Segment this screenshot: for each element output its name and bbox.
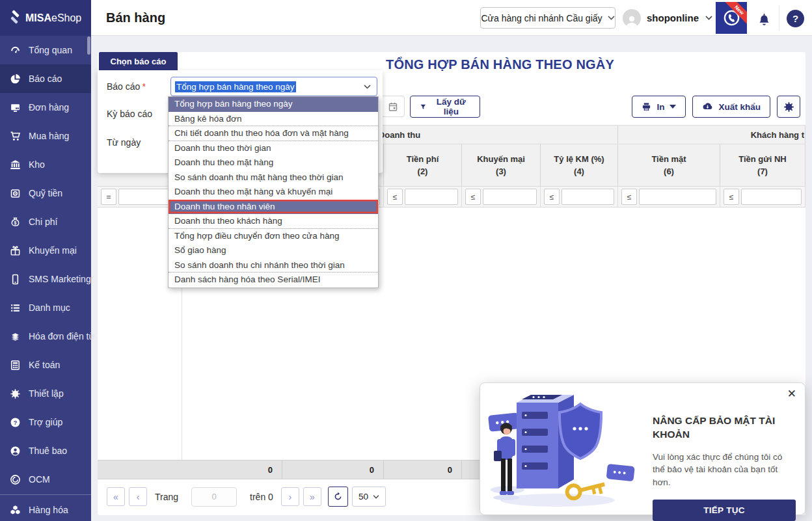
sidebar-item-label: OCM — [29, 474, 50, 485]
accounting-icon — [9, 359, 21, 371]
filter-operator-button[interactable]: ≤ — [465, 189, 481, 205]
sidebar-item-13[interactable]: ?Trợ giúp — [0, 408, 91, 436]
sidebar-item-9[interactable]: Danh mục — [0, 293, 91, 322]
orders-icon — [9, 101, 21, 113]
column-number: (3) — [496, 165, 506, 178]
dropdown-option-10[interactable]: Sổ giao hàng — [169, 243, 378, 258]
sidebar-divider — [0, 494, 91, 495]
sidebar-item-7[interactable]: Khuyến mại — [0, 236, 91, 265]
first-page-button[interactable]: « — [107, 487, 125, 506]
page-size-select[interactable]: 50 — [352, 487, 386, 507]
svg-text:$: $ — [14, 220, 16, 225]
next-page-button[interactable]: › — [281, 487, 299, 506]
user-icon — [625, 14, 639, 27]
dropdown-option-1[interactable]: Bảng kê hóa đơn — [169, 112, 378, 127]
export-button[interactable]: Xuất khẩu — [692, 96, 770, 118]
filter-input[interactable] — [639, 189, 716, 205]
settings-icon — [9, 388, 21, 399]
dropdown-option-12[interactable]: Danh sách hàng hóa theo Serial/IMEI — [169, 273, 378, 287]
page-number-input[interactable] — [191, 487, 237, 507]
page-size-value: 50 — [359, 492, 368, 501]
header-divider — [779, 5, 779, 31]
sidebar-item-14[interactable]: Thuê bao — [0, 436, 91, 465]
sidebar-item-5[interactable]: Quỹ tiền — [0, 179, 91, 207]
column-number: (7) — [757, 165, 768, 178]
last-page-button[interactable]: » — [303, 487, 321, 506]
sidebar-item-label: Thuê bao — [29, 446, 67, 456]
dropdown-option-5[interactable]: So sánh doanh thu mặt hàng theo thời gia… — [169, 170, 378, 185]
subscriber-icon — [9, 445, 21, 457]
continue-button[interactable]: TIẾP TỤC — [653, 500, 796, 521]
column-header-5[interactable]: Tỷ lệ KM (%)(4) — [541, 144, 618, 186]
refresh-button[interactable] — [328, 487, 348, 507]
sidebar-scrollbar[interactable] — [87, 36, 90, 55]
page-label: Trang — [155, 492, 178, 502]
dropdown-option-2[interactable]: Chi tiết doanh thu theo hóa đơn và mặt h… — [169, 126, 378, 141]
export-label: Xuất khẩu — [718, 102, 761, 112]
choose-report-tab[interactable]: Chọn báo cáo — [99, 52, 178, 70]
filter-operator-button[interactable]: ≤ — [724, 189, 739, 205]
filter-input[interactable] — [405, 189, 458, 205]
username-label: shoponline — [647, 12, 699, 23]
sidebar-item-12[interactable]: Thiết lập — [0, 379, 91, 408]
dropdown-option-7[interactable]: Doanh thu theo nhân viên — [169, 200, 378, 215]
filter-operator-button[interactable]: ≤ — [621, 189, 637, 205]
pagination: « ‹ Trang trên 0 › » 50 — [107, 487, 386, 507]
popup-text: Vui lòng xác thực để chúng tôi có thể bả… — [653, 451, 796, 489]
prev-page-button[interactable]: ‹ — [129, 487, 147, 506]
dropdown-option-11[interactable]: So sánh doanh thu chi nhánh theo thời gi… — [169, 258, 378, 273]
sidebar-item-16[interactable]: Hàng hóa — [0, 496, 91, 521]
column-number: (6) — [664, 165, 674, 178]
notifications-button[interactable] — [755, 10, 773, 28]
dropdown-option-0[interactable]: Tổng hợp bán hàng theo ngày — [169, 97, 378, 112]
user-menu[interactable]: shoponline — [647, 0, 712, 36]
store-selector[interactable]: Cửa hàng chi nhánh Cầu giấy — [480, 7, 616, 29]
group-header-cell: Khách hàng t — [618, 126, 805, 144]
report-dropdown-list: Tổng hợp bán hàng theo ngàyBảng kê hóa đ… — [168, 96, 379, 288]
close-icon[interactable]: ✕ — [787, 388, 796, 399]
get-data-button[interactable]: Lấy dữ liệu — [410, 96, 480, 118]
sidebar-item-11[interactable]: Kế toán — [0, 351, 91, 379]
filter-operator-button[interactable]: ≤ — [544, 189, 560, 205]
filter-operator-button[interactable]: = — [101, 189, 116, 205]
totals-cell-1: 0 — [182, 461, 282, 479]
sidebar-item-3[interactable]: Mua hàng — [0, 122, 91, 150]
print-button[interactable]: In — [632, 96, 686, 118]
date-picker-button[interactable] — [381, 96, 405, 117]
sidebar-item-8[interactable]: SMS Marketing — [0, 265, 91, 293]
sidebar-item-6[interactable]: $Chi phí — [0, 207, 91, 236]
filter-operator-button[interactable]: ≤ — [387, 189, 403, 205]
filter-input[interactable] — [562, 189, 614, 205]
logo-misa-text: MISA — [25, 12, 51, 23]
column-header-4[interactable]: Khuyến mại(3) — [462, 144, 541, 186]
sidebar-item-label: Quỹ tiền — [29, 188, 62, 198]
gear-icon — [783, 101, 794, 113]
dropdown-option-6[interactable]: Doanh thu theo mặt hàng và khuyến mại — [169, 185, 378, 200]
table-settings-button[interactable] — [777, 96, 800, 118]
filter-input[interactable] — [483, 189, 537, 205]
sidebar-item-label: Trợ giúp — [29, 417, 62, 427]
help-button[interactable]: ? — [787, 10, 804, 27]
sidebar-item-label: Mua hàng — [29, 131, 69, 141]
column-header-6[interactable]: Tiền mặt(6) — [618, 144, 720, 186]
sidebar-item-2[interactable]: Đơn hàng — [0, 93, 91, 122]
dropdown-option-8[interactable]: Doanh thu theo khách hàng — [169, 214, 378, 229]
column-header-7[interactable]: Tiền gửi NH(7) — [720, 144, 805, 186]
popup-title: NÂNG CẤP BẢO MẬT TÀI KHOẢN — [653, 414, 796, 442]
dropdown-option-4[interactable]: Doanh thu theo mặt hàng — [169, 155, 378, 170]
filter-input[interactable] — [741, 189, 802, 205]
sidebar-item-label: Chi phí — [29, 217, 57, 227]
sidebar-item-15[interactable]: OCM — [0, 465, 91, 494]
report-select[interactable]: Tổng hợp bán hàng theo ngày — [170, 77, 377, 96]
print-label: In — [656, 102, 664, 112]
avatar[interactable] — [623, 9, 641, 27]
sidebar-item-10[interactable]: Hóa đơn điện tử — [0, 322, 91, 351]
sidebar-item-1[interactable]: Báo cáo — [0, 64, 91, 93]
dropdown-option-9[interactable]: Tổng hợp điều chuyển đơn theo cửa hàng — [169, 229, 378, 244]
hotline-button[interactable]: New — [716, 2, 747, 34]
from-date-field-label: Từ ngày — [107, 133, 141, 152]
sidebar-item-4[interactable]: Kho — [0, 150, 91, 179]
dropdown-option-3[interactable]: Doanh thu theo thời gian — [169, 141, 378, 156]
column-header-3[interactable]: Tiền phí(2) — [384, 144, 462, 186]
sidebar-item-0[interactable]: Tổng quan — [0, 36, 91, 64]
